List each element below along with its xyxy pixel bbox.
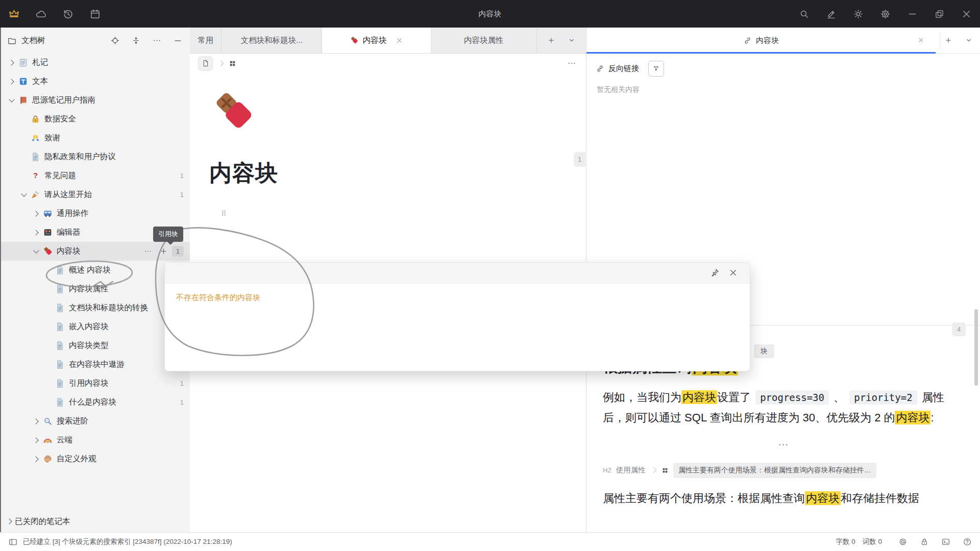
doc-tree-item[interactable]: 云端 xyxy=(0,431,190,449)
doc-tree-item[interactable]: 在内容块中遨游4 xyxy=(0,355,190,374)
doc-tree-item-label: 嵌入内容块 xyxy=(69,321,109,332)
theme-sun-button[interactable] xyxy=(853,9,864,19)
settings-gear-button[interactable] xyxy=(880,9,891,19)
doc-tree-item[interactable]: 思源笔记用户指南 xyxy=(0,91,190,110)
doc-page-icon xyxy=(202,59,210,67)
help-button[interactable] xyxy=(963,537,972,546)
collapse-levels-button[interactable] xyxy=(131,36,141,45)
editor-tab[interactable]: 内容块 xyxy=(322,28,431,53)
doc-tree-item-label: 通用操作 xyxy=(57,208,88,219)
window-restore-button[interactable] xyxy=(934,9,945,19)
doc-tree-item[interactable]: 自定义外观 xyxy=(0,449,190,468)
terminal-button[interactable] xyxy=(941,537,950,546)
more-options-icon[interactable] xyxy=(567,58,577,68)
doc-paragraph[interactable]: 例如，当我们为内容块设置了 progress=30 、 priority=2 属… xyxy=(603,387,965,428)
panel-dock-icon[interactable] xyxy=(8,537,18,547)
text-run: 例如，当我们为 xyxy=(603,391,681,404)
tab-backlink-doc[interactable]: 内容块 xyxy=(586,28,936,53)
chevron-right-icon[interactable] xyxy=(31,228,41,237)
tab-menu-button[interactable] xyxy=(568,36,576,44)
doc-tree-item-label: 文本 xyxy=(32,76,48,87)
scrollbar-thumb[interactable] xyxy=(974,309,978,386)
cloud-sync-button[interactable] xyxy=(35,8,47,20)
chevron-right-icon[interactable] xyxy=(31,436,41,445)
closed-notebooks-row[interactable]: 已关闭的笔记本 xyxy=(0,512,190,531)
chevron-down-icon[interactable] xyxy=(18,190,29,199)
breadcrumb-chip[interactable]: 属性主要有两个使用场景：根据属性查询内容块和存储挂件… xyxy=(673,463,876,478)
doc-tree-item[interactable]: 搜索进阶 xyxy=(0,412,190,431)
history-button[interactable] xyxy=(62,8,74,20)
editor-tab[interactable]: 文档块和标题块... xyxy=(222,28,322,53)
lock-button[interactable] xyxy=(920,537,929,546)
doc-tree-item[interactable]: 内容块1 xyxy=(0,242,190,261)
editor-tab[interactable]: 内容块属性 xyxy=(431,28,537,53)
doc-tree-item[interactable]: 嵌入内容块 xyxy=(0,317,190,336)
pin-icon[interactable] xyxy=(709,267,720,278)
more-options-icon[interactable] xyxy=(143,247,152,256)
text-run: 、 xyxy=(830,391,848,404)
breadcrumb-label[interactable]: 使用属性 xyxy=(616,465,646,475)
doc-tree-item[interactable]: 请从这里开始1 xyxy=(0,185,190,204)
doc-tree-item-label: 什么是内容块 xyxy=(69,397,116,408)
min-line-button[interactable] xyxy=(173,36,183,45)
doc-tree-item[interactable]: 隐私政策和用户协议 xyxy=(0,147,190,166)
search-button[interactable] xyxy=(799,9,810,19)
doc-icon xyxy=(55,378,65,389)
backlinks-header: 反向链接 xyxy=(596,61,971,77)
tab-pinned[interactable]: 常用 xyxy=(190,28,222,53)
float-window-header[interactable] xyxy=(165,263,750,284)
chevron-right-icon[interactable] xyxy=(4,517,15,526)
window-close-button[interactable] xyxy=(961,9,972,19)
text-run: 和存储挂件数据 xyxy=(841,492,919,505)
chevron-right-icon[interactable] xyxy=(31,209,41,218)
chevron-down-icon[interactable] xyxy=(6,96,17,105)
close-icon[interactable] xyxy=(917,36,925,44)
chocolate-bar-emoji[interactable] xyxy=(209,88,257,136)
doc-icon-chip[interactable] xyxy=(198,56,213,71)
doc-tree-item[interactable]: 致谢 xyxy=(0,129,190,147)
close-icon[interactable] xyxy=(396,37,403,44)
chevron-right-icon[interactable] xyxy=(31,455,41,464)
add-tab-button[interactable] xyxy=(547,36,555,44)
focus-locate-button[interactable] xyxy=(110,36,120,45)
chevron-right-icon[interactable] xyxy=(6,58,17,67)
doc-tree-item[interactable]: 数据安全 xyxy=(0,110,190,129)
edit-pencil-button[interactable] xyxy=(826,9,837,19)
close-icon[interactable] xyxy=(728,267,739,278)
backlinks-title: 反向链接 xyxy=(608,64,639,73)
logo-crown-button[interactable] xyxy=(8,8,20,20)
blocks-grid-icon xyxy=(662,467,669,474)
doc-icon xyxy=(55,321,65,332)
doc-tree-item[interactable]: 文档块和标题块的转换 xyxy=(0,298,190,317)
ref-count-badge[interactable]: 1 xyxy=(172,246,184,257)
blocks-grid-icon[interactable] xyxy=(229,60,236,67)
arrow-placeholder xyxy=(18,134,29,143)
doc-tree-item[interactable]: 札记 xyxy=(0,53,190,72)
at-mention-button[interactable] xyxy=(898,537,908,546)
block-drag-handle-icon[interactable] xyxy=(219,209,228,217)
tab-menu-button[interactable] xyxy=(965,36,973,44)
doc-tree-item[interactable]: 通用操作 xyxy=(0,204,190,223)
add-tab-button[interactable] xyxy=(944,36,952,44)
window-left-edge xyxy=(0,28,1,551)
add-doc-icon[interactable] xyxy=(159,247,168,256)
ref-count-badge[interactable]: 1 xyxy=(574,152,585,167)
filter-button[interactable] xyxy=(648,61,664,77)
chevron-right-icon[interactable] xyxy=(31,417,41,426)
doc-title[interactable]: 内容块 xyxy=(209,158,278,188)
search-highlight: 内容块 xyxy=(805,491,841,505)
doc-tree-item[interactable]: 内容块类型 xyxy=(0,336,190,355)
doc-tree-item[interactable]: 引用内容块1 xyxy=(0,374,190,393)
doc-tree-item[interactable]: 文本 xyxy=(0,72,190,91)
doc-icon xyxy=(55,303,65,313)
doc-tree-item[interactable]: 概述 内容块 xyxy=(0,261,190,280)
doc-tree-item[interactable]: 内容块属性 xyxy=(0,280,190,298)
chevron-right-icon[interactable] xyxy=(6,77,17,86)
doc-tree-item[interactable]: ?常见问题1 xyxy=(0,166,190,185)
doc-paragraph[interactable]: 属性主要有两个使用场景：根据属性查询内容块和存储挂件数据 xyxy=(603,488,965,509)
window-minimize-button[interactable] xyxy=(907,9,918,19)
chevron-down-icon[interactable] xyxy=(31,247,41,256)
more-dots-button[interactable] xyxy=(152,36,162,45)
doc-tree-item[interactable]: 什么是内容块1 xyxy=(0,393,190,412)
calendar-button[interactable] xyxy=(89,8,101,20)
